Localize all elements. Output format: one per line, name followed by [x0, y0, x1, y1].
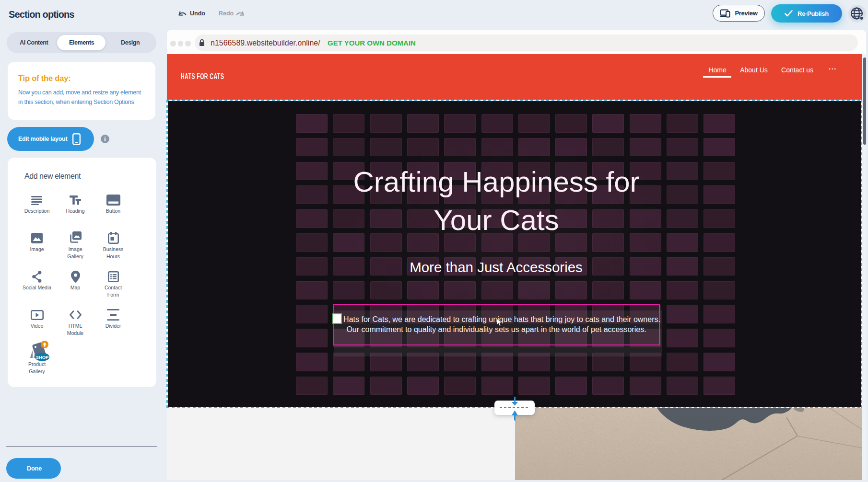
- svg-text:SHOP: SHOP: [36, 355, 49, 360]
